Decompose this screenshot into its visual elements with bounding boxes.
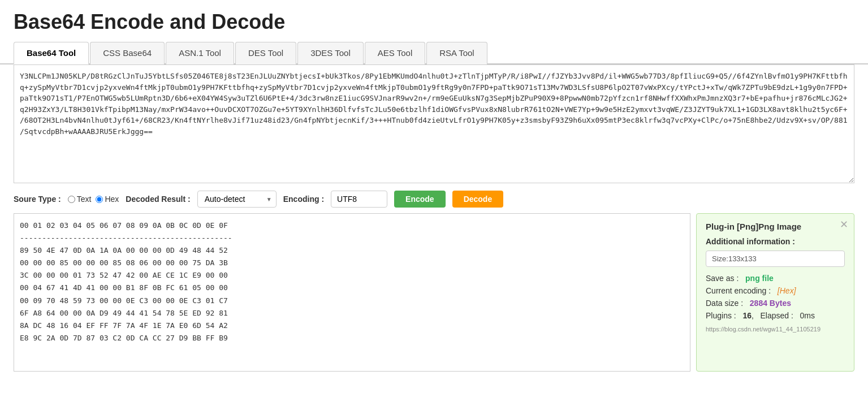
current-encoding-label: Current encoding :	[706, 286, 771, 295]
encoding-label: Encoding :	[283, 195, 324, 204]
plugin-datasize: Data size : 2884 Bytes	[706, 299, 845, 308]
tabs-bar: Base64 Tool CSS Base64 ASN.1 Tool DES To…	[0, 41, 868, 64]
radio-hex[interactable]	[96, 196, 103, 203]
output-area: 00 01 02 03 04 05 06 07 08 09 0A 0B 0C 0…	[14, 213, 854, 372]
plugin-additional-label: Additional information :	[706, 237, 845, 246]
radio-group: Text Hex	[68, 195, 119, 204]
page-title: Base64 Encode and Decode	[0, 0, 868, 41]
plugin-size-box: Size:133x133	[706, 251, 845, 267]
tab-css[interactable]: CSS Base64	[90, 42, 165, 64]
save-as-link[interactable]: png file	[745, 274, 774, 283]
decoded-result-label: Decoded Result :	[126, 195, 190, 204]
close-icon[interactable]: ✕	[840, 218, 848, 231]
plugin-save-as: Save as : png file	[706, 274, 845, 283]
plugin-plugins: Plugins : 16, Elapsed : 0ms	[706, 311, 845, 320]
current-encoding-val: [Hex]	[778, 286, 796, 295]
encoding-input[interactable]	[331, 191, 387, 208]
elapsed-val: 0ms	[800, 311, 815, 320]
radio-text-label: Text	[77, 195, 92, 204]
plugins-num: 16	[742, 311, 752, 320]
hex-output: 00 01 02 03 04 05 06 07 08 09 0A 0B 0C 0…	[14, 213, 690, 372]
tab-rsa[interactable]: RSA Tool	[426, 42, 487, 64]
controls-row: Soure Type : Text Hex Decoded Result : A…	[14, 191, 854, 208]
save-as-label: Save as :	[706, 274, 739, 283]
plugin-encoding: Current encoding : [Hex]	[706, 286, 845, 295]
source-type-label: Soure Type :	[14, 195, 61, 204]
tab-aes[interactable]: AES Tool	[365, 42, 425, 64]
auto-detect-select[interactable]: Auto-detect UTF-8 UTF-16 ISO-8859-1	[197, 191, 277, 208]
elapsed-label: Elapsed :	[761, 311, 793, 320]
plugin-title: Plug-in [Png]Png Image	[706, 222, 845, 231]
decode-button[interactable]: Decode	[452, 191, 504, 208]
plugins-label: Plugins :	[706, 311, 736, 320]
auto-detect-wrapper: Auto-detect UTF-8 UTF-16 ISO-8859-1	[197, 191, 277, 208]
plugin-url: https://blog.csdn.net/wgw11_44_1105219	[706, 326, 845, 333]
tab-3des[interactable]: 3DES Tool	[297, 42, 364, 64]
encoded-textarea-wrapper	[14, 64, 854, 185]
encode-button[interactable]: Encode	[394, 191, 446, 208]
radio-hex-label: Hex	[105, 195, 119, 204]
main-content: Soure Type : Text Hex Decoded Result : A…	[0, 64, 868, 385]
tab-base64[interactable]: Base64 Tool	[14, 42, 89, 64]
tab-des[interactable]: DES Tool	[235, 42, 296, 64]
plugin-panel: ✕ Plug-in [Png]Png Image Additional info…	[696, 213, 854, 372]
radio-text-option[interactable]: Text	[68, 195, 92, 204]
radio-hex-option[interactable]: Hex	[96, 195, 119, 204]
data-size-label: Data size :	[706, 299, 743, 308]
encoded-input[interactable]	[14, 64, 854, 183]
tab-asn1[interactable]: ASN.1 Tool	[166, 42, 234, 64]
data-size-val: 2884 Bytes	[750, 299, 791, 308]
radio-text[interactable]	[68, 196, 75, 203]
